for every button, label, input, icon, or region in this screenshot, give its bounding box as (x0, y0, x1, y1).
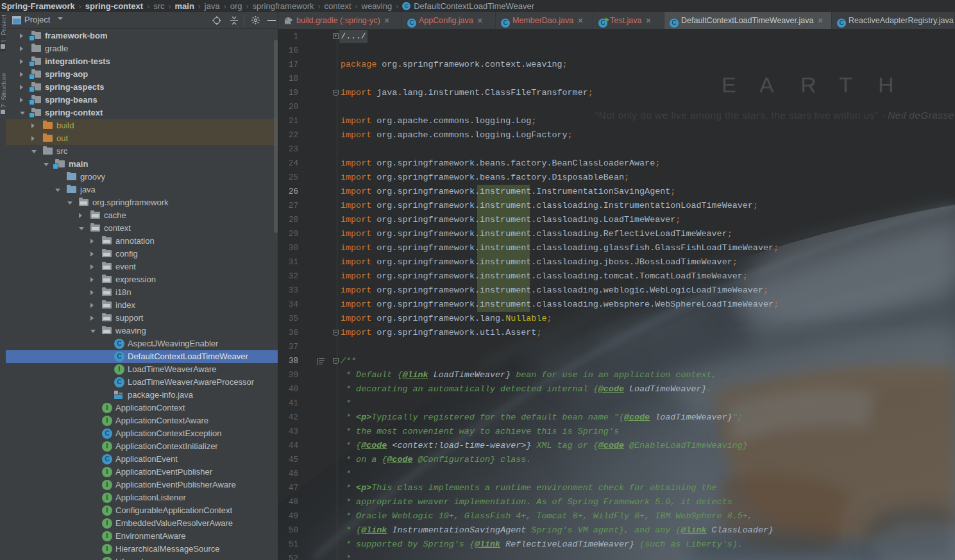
svg-text:T: T (839, 72, 852, 97)
svg-text:R: R (800, 72, 816, 97)
svg-text:H: H (878, 72, 894, 97)
